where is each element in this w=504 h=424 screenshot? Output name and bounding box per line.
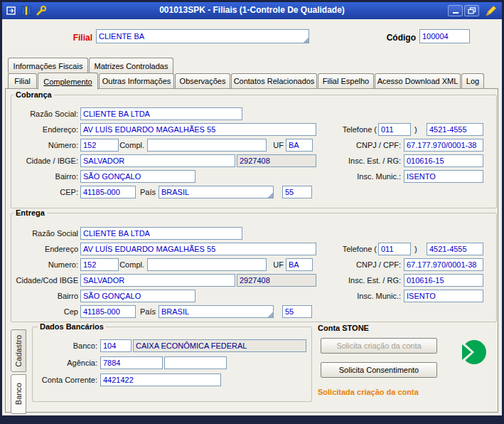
cobranca-insc-est-label: Insc. Est. / RG: [330, 154, 401, 167]
tab-label: Acesso Download XML [377, 77, 459, 85]
filial-input[interactable] [96, 29, 309, 43]
entrega-endereco-label: Endereço [7, 243, 78, 255]
tab-filial-espelho[interactable]: Filial Espelho [318, 73, 374, 88]
entrega-razao-social-input[interactable] [80, 227, 242, 240]
entrega-insc-est-input[interactable] [404, 274, 483, 287]
cobranca-cnpj-input[interactable] [404, 139, 483, 152]
restore-button[interactable] [464, 5, 479, 16]
entrega-cnpj-input[interactable] [404, 258, 483, 271]
entrega-razao-social-label: Razão Social [7, 227, 78, 240]
tab-label: Observações [180, 77, 226, 85]
banco-label: Banco: [26, 339, 97, 352]
tab-label: Matrizes Controladas [95, 62, 168, 70]
entrega-bairro-label: Bairro [7, 290, 78, 302]
cobranca-endereco-label: Endereço: [7, 123, 78, 136]
cobranca-ddi-input[interactable] [282, 186, 312, 198]
codigo-input[interactable] [419, 29, 470, 43]
entrega-insc-mun-label: Insc. Munic.: [330, 290, 401, 302]
tab-label: Filial Espelho [323, 77, 369, 85]
codigo-label: Código [359, 31, 416, 45]
tab-log[interactable]: Log [461, 73, 484, 88]
entrega-uf-input[interactable] [286, 258, 313, 271]
side-tab-banco[interactable]: Banco [11, 374, 26, 414]
entrega-insc-est-label: Insc. Est. / RG: [330, 274, 401, 287]
cobranca-telefone-close-label: ) [414, 123, 423, 136]
entrega-telefone-label: Telefone ( [306, 243, 377, 255]
entrega-bairro-input[interactable] [80, 290, 195, 302]
cobranca-razao-social-input[interactable] [80, 107, 242, 120]
entrega-cnpj-label: CNPJ / CPF: [330, 258, 401, 271]
edit-pencil-button[interactable] [485, 4, 498, 17]
tab-label: Complemento [43, 78, 92, 86]
cobranca-compl-label: Compl. [102, 139, 144, 152]
stone-logo-icon [459, 338, 487, 366]
cobranca-cep-label: CEP: [7, 186, 78, 198]
tab-label: Informações Fiscais [14, 62, 83, 70]
cobranca-ddd-input[interactable] [378, 123, 411, 136]
lookup-corner-mark [303, 37, 309, 43]
banco-codigo-input[interactable] [100, 339, 132, 352]
cobranca-compl-input[interactable] [147, 139, 267, 152]
entrega-ddd-input[interactable] [378, 243, 411, 255]
cobranca-cidade-label: Cidade / IBGE: [7, 154, 78, 167]
agencia-input[interactable] [100, 356, 163, 369]
agencia-digito-input[interactable] [164, 356, 227, 369]
cobranca-endereco-input[interactable] [80, 123, 316, 136]
cobranca-pais-input[interactable] [159, 186, 274, 198]
side-tab-label: Banco [14, 383, 23, 405]
entrega-endereco-input[interactable] [80, 243, 316, 255]
tab-complemento[interactable]: Complemento [38, 73, 98, 90]
entrega-telefone-input[interactable] [427, 243, 483, 255]
lookup-corner-mark [267, 192, 273, 198]
tab-label: Log [466, 77, 479, 85]
solicita-consentimento-button[interactable]: Solicita Consentimento [321, 362, 437, 378]
entrega-cidade-input[interactable] [80, 274, 235, 287]
conta-corrente-label: Conta Corrente: [26, 373, 97, 386]
banco-nome-field [133, 339, 306, 352]
entrega-pais-label: País [127, 305, 156, 318]
cobranca-insc-est-input[interactable] [404, 154, 483, 167]
cobranca-insc-mun-label: Insc. Munic.: [330, 170, 401, 183]
conta-corrente-input[interactable] [100, 373, 221, 386]
cobranca-uf-input[interactable] [286, 139, 313, 152]
tab-matrizes-controladas[interactable]: Matrizes Controladas [89, 58, 173, 73]
cobranca-cidade-input[interactable] [80, 154, 235, 167]
entrega-ddi-input[interactable] [282, 305, 312, 318]
tab-label: Contatos Relacionados [234, 77, 315, 85]
tab-acesso-download-xml[interactable]: Acesso Download XML [375, 73, 461, 88]
cobranca-razao-social-label: Razão Social: [7, 107, 78, 120]
entrega-telefone-close-label: ) [414, 243, 423, 255]
tab-filial[interactable]: Filial [8, 73, 37, 88]
window-frame: 001013SPK - Filiais (1-Controle De Quali… [2, 2, 502, 415]
side-tab-cadastro[interactable]: Cadastro [11, 329, 26, 372]
cobranca-numero-label: Número: [7, 139, 78, 152]
solicita-criacao-conta-button[interactable]: Solicita criação da conta [321, 338, 437, 354]
entrega-numero-label: Numero: [7, 258, 78, 271]
side-tab-label: Cadastro [14, 335, 23, 367]
entrega-ibge-field [237, 274, 316, 287]
cobranca-title: Cobrança [14, 90, 54, 100]
cobranca-cnpj-label: CNPJ / CPF: [330, 139, 401, 152]
cobranca-bairro-label: Bairro: [7, 170, 78, 183]
filial-label: Filial [36, 31, 92, 45]
tab-label: Filial [14, 77, 31, 85]
entrega-compl-input[interactable] [147, 258, 267, 271]
cobranca-telefone-input[interactable] [427, 123, 483, 136]
entrega-pais-input[interactable] [159, 305, 274, 318]
entrega-compl-label: Compl. [102, 258, 144, 271]
cobranca-bairro-input[interactable] [80, 170, 195, 183]
entrega-insc-mun-input[interactable] [404, 290, 483, 302]
agencia-label: Agência: [26, 356, 97, 369]
cobranca-insc-mun-input[interactable] [404, 170, 483, 183]
conta-stone-title: Conta STONE [318, 324, 369, 332]
tab-outras-informacoes[interactable]: Outras Informações [99, 73, 174, 88]
cobranca-ibge-field [237, 154, 316, 167]
window-title: 001013SPK - Filiais (1-Controle De Quali… [2, 5, 502, 15]
tab-informacoes-fiscais[interactable]: Informações Fiscais [8, 58, 88, 73]
tab-contatos-relacionados[interactable]: Contatos Relacionados [231, 73, 317, 88]
tab-observacoes[interactable]: Observações [175, 73, 230, 88]
cobranca-telefone-label: Telefone ( [306, 123, 377, 136]
minimize-button[interactable] [448, 5, 463, 16]
lookup-corner-mark [267, 312, 273, 317]
entrega-cidade-label: Cidade/Cod IBGE [7, 274, 78, 287]
